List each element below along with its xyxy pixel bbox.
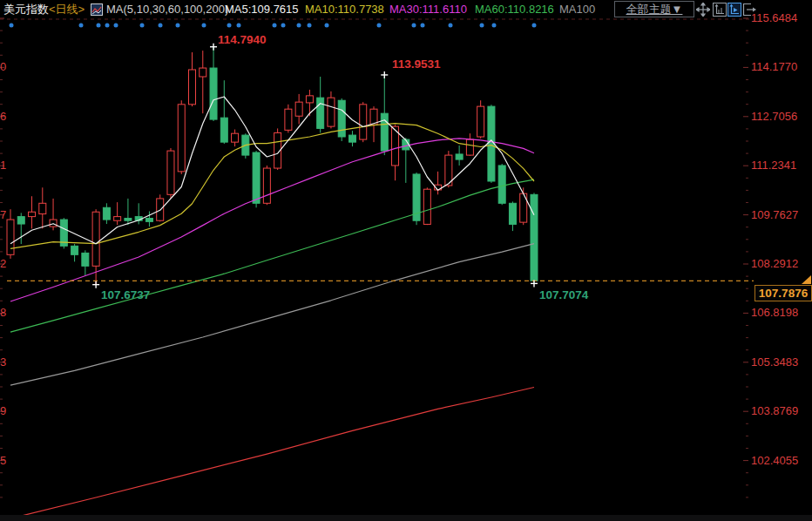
event-dot bbox=[79, 24, 84, 28]
high-price-annotation: 113.9531 bbox=[392, 58, 441, 71]
ma-line-MA30 bbox=[10, 139, 534, 301]
y-axis-label: 112.7056 bbox=[751, 111, 797, 123]
ma-line-MA200 bbox=[10, 388, 534, 519]
y-axis-label: 115.6484 bbox=[751, 12, 797, 24]
left-axis-digit: 2 bbox=[0, 258, 6, 270]
event-dot bbox=[105, 24, 110, 28]
event-dot bbox=[114, 24, 118, 28]
period-label: <日线> bbox=[49, 3, 85, 16]
candle-up bbox=[29, 212, 36, 216]
candle-up bbox=[263, 168, 270, 203]
high-price-annotation: 114.7940 bbox=[218, 33, 267, 46]
axis-scale-active-icon[interactable] bbox=[727, 3, 741, 17]
candle-up bbox=[189, 70, 196, 105]
chart-window: 美元指数<日线> MA(5,10,30,60,100,200) MA5:109.… bbox=[0, 0, 812, 521]
candle-down bbox=[531, 194, 538, 281]
event-dot bbox=[140, 24, 145, 28]
ma-settings-label: MA(5,10,30,60,100,200) bbox=[106, 3, 228, 17]
candle-down bbox=[348, 135, 355, 142]
candle-up bbox=[167, 151, 174, 194]
chart-canvas[interactable] bbox=[0, 0, 812, 521]
left-axis-digit: 9 bbox=[0, 405, 6, 417]
left-axis-digit: 6 bbox=[0, 111, 6, 123]
axis-scale-icon[interactable] bbox=[713, 3, 727, 17]
y-axis-label: 109.7627 bbox=[751, 209, 798, 221]
event-dot bbox=[237, 24, 241, 28]
candle-down bbox=[498, 166, 505, 203]
candle-down bbox=[381, 113, 388, 151]
candle-up bbox=[92, 212, 99, 266]
event-dot bbox=[10, 24, 14, 28]
event-dot bbox=[159, 24, 163, 28]
event-dot bbox=[377, 24, 382, 28]
all-themes-dropdown[interactable]: 全部主题▼ bbox=[614, 1, 694, 17]
current-price-tag: 107.7876 bbox=[754, 285, 812, 301]
candle-up bbox=[423, 189, 430, 224]
event-dot bbox=[421, 24, 425, 28]
ma100-value: MA100 bbox=[559, 3, 595, 17]
candle-up bbox=[328, 98, 335, 126]
left-axis-digit: 0 bbox=[0, 61, 6, 73]
event-dot bbox=[412, 24, 416, 28]
event-dot bbox=[227, 24, 232, 28]
candle-up bbox=[200, 68, 206, 77]
event-dot bbox=[97, 24, 101, 28]
left-axis-digit: 1 bbox=[0, 159, 6, 172]
candle-down bbox=[220, 118, 227, 142]
candle-down bbox=[210, 68, 217, 119]
ma10-value: MA10:110.7738 bbox=[305, 3, 384, 17]
candle-down bbox=[17, 217, 24, 224]
event-dot bbox=[273, 24, 277, 28]
candle-up bbox=[285, 109, 292, 130]
symbol-title: 美元指数<日线> bbox=[3, 3, 85, 17]
candle-down bbox=[71, 246, 78, 254]
move-icon[interactable] bbox=[696, 3, 710, 17]
candles-layer bbox=[7, 47, 538, 285]
ma5-value: MA5:109.7615 bbox=[225, 3, 299, 17]
candle-down bbox=[317, 98, 324, 128]
candle-down bbox=[253, 152, 260, 203]
left-axis-digit: 3 bbox=[0, 356, 6, 369]
low-price-annotation: 107.7074 bbox=[539, 288, 588, 301]
y-axis-label: 102.4055 bbox=[751, 455, 798, 467]
event-dot bbox=[492, 24, 497, 28]
candle-down bbox=[103, 207, 110, 220]
candle-up bbox=[114, 217, 121, 221]
price-arrow-icon bbox=[802, 275, 811, 284]
y-axis-label: 105.3483 bbox=[751, 356, 798, 369]
y-axis-label: 114.1770 bbox=[751, 61, 797, 73]
event-dot bbox=[532, 24, 537, 28]
ma60-value: MA60:110.8216 bbox=[475, 3, 554, 17]
y-axis-label: 106.8198 bbox=[751, 307, 798, 319]
left-axis-digit: 7 bbox=[0, 209, 6, 221]
event-dot bbox=[202, 24, 206, 28]
candle-down bbox=[82, 253, 89, 266]
event-dot bbox=[449, 24, 453, 28]
candle-down bbox=[509, 203, 516, 224]
candle-up bbox=[50, 220, 57, 227]
candle-down bbox=[456, 154, 463, 159]
event-dot bbox=[480, 24, 484, 28]
candle-up bbox=[39, 203, 46, 213]
mini-chart-icon bbox=[91, 3, 103, 16]
candle-down bbox=[145, 219, 152, 222]
bottom-strip bbox=[0, 515, 812, 521]
candle-up bbox=[466, 139, 473, 155]
low-price-annotation: 107.6737 bbox=[101, 288, 150, 301]
extreme-markers bbox=[92, 44, 538, 288]
y-axis-label: 108.2912 bbox=[751, 258, 798, 270]
candle-down bbox=[125, 219, 132, 221]
y-axis-label: 103.8769 bbox=[751, 405, 798, 417]
event-dot bbox=[281, 24, 286, 28]
y-axis-label: 111.2341 bbox=[751, 159, 796, 172]
candle-up bbox=[178, 105, 185, 172]
event-dot bbox=[176, 24, 180, 28]
candle-up bbox=[360, 105, 367, 139]
symbol-name: 美元指数 bbox=[3, 3, 49, 16]
left-axis-digit: 8 bbox=[0, 307, 6, 319]
ma-line-MA5 bbox=[10, 97, 534, 244]
event-dot bbox=[297, 24, 301, 28]
event-dots bbox=[10, 24, 537, 28]
event-dot bbox=[325, 24, 329, 28]
left-axis-digit: 5 bbox=[0, 455, 6, 467]
